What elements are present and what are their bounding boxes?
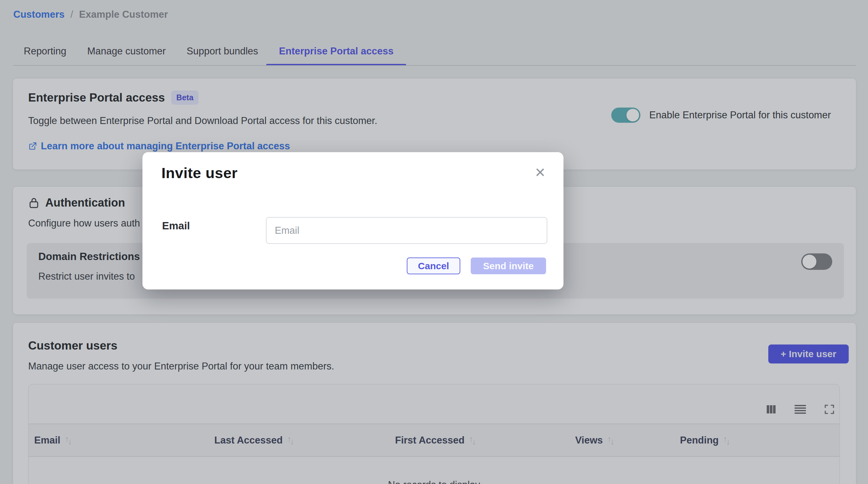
- send-invite-button[interactable]: Send invite: [471, 258, 546, 274]
- email-label: Email: [162, 220, 190, 232]
- modal-title: Invite user: [161, 164, 238, 182]
- page: Customers / Example Customer Reporting M…: [0, 0, 868, 484]
- cancel-button[interactable]: Cancel: [407, 258, 460, 274]
- invite-user-modal: Invite user ✕ Email Cancel Send invite: [143, 152, 563, 289]
- email-field[interactable]: [266, 217, 547, 244]
- close-icon[interactable]: ✕: [533, 165, 547, 181]
